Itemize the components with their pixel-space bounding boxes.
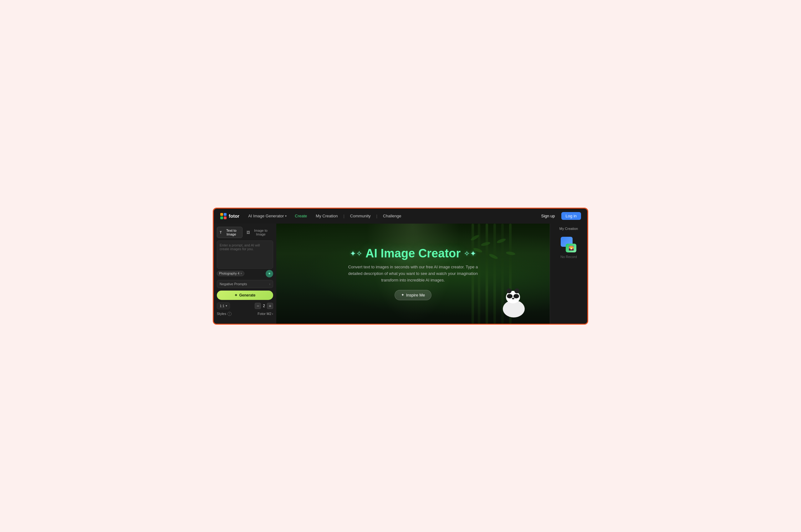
text-to-image-tab[interactable]: T Text to Image: [217, 227, 242, 238]
negative-prompts-row[interactable]: Negative Prompts ›: [217, 280, 273, 288]
prompt-textarea[interactable]: [217, 241, 273, 269]
hero-title-text: AI Image Creator: [366, 247, 461, 260]
no-record-area: 🌄 No Record: [560, 237, 577, 259]
ratio-select[interactable]: 1:1 ▾: [217, 302, 230, 309]
inspire-label: Inspire Me: [406, 293, 425, 298]
magic-wand-icon: ✦: [234, 293, 238, 298]
count-control: − 2 +: [255, 303, 273, 309]
count-increase-button[interactable]: +: [267, 303, 273, 309]
info-icon[interactable]: i: [227, 312, 231, 316]
model-link[interactable]: Fotor M2 ›: [258, 312, 273, 316]
sparkle-right-icon: ✧✦: [464, 249, 476, 258]
inspire-me-button[interactable]: ✦ Inspire Me: [394, 290, 432, 300]
styles-label: Styles i: [217, 312, 231, 316]
count-decrease-button[interactable]: −: [255, 303, 261, 309]
hero-content: ✦✧ AI Image Creator ✧✦ Convert text to i…: [341, 247, 485, 300]
generate-label: Generate: [239, 293, 255, 298]
prompt-bottom: Photography 4 × ✦: [217, 270, 273, 278]
tag-remove-icon[interactable]: ×: [240, 272, 242, 275]
challenge-nav-link[interactable]: Challenge: [380, 212, 405, 220]
right-panel: My Creation 🌄 No Record: [550, 224, 587, 324]
logo-text: fotor: [229, 213, 239, 218]
create-nav-link[interactable]: Create: [292, 212, 310, 220]
model-name: Fotor M2: [258, 312, 271, 316]
svg-rect-3: [224, 216, 226, 219]
mode-tabs: T Text to Image 🖼 Image to Image: [217, 227, 273, 238]
text-icon: T: [220, 230, 222, 234]
panel-title: My Creation: [559, 227, 578, 230]
negative-prompts-label: Negative Prompts: [220, 282, 247, 286]
image-to-image-tab[interactable]: 🖼 Image to Image: [244, 227, 273, 238]
text-to-image-label: Text to Image: [223, 229, 240, 236]
panda-illustration: [503, 300, 525, 318]
ratio-chevron-icon: ▾: [226, 304, 227, 307]
main-area: T Text to Image 🖼 Image to Image Photogr…: [214, 224, 587, 324]
styles-row: Styles i Fotor M2 ›: [217, 312, 273, 316]
sidebar: T Text to Image 🖼 Image to Image Photogr…: [214, 224, 276, 324]
no-record-text: No Record: [560, 255, 577, 259]
svg-rect-2: [220, 216, 223, 219]
ai-generator-label: AI Image Generator: [248, 214, 284, 218]
sparkle-left-icon: ✦✧: [350, 249, 362, 258]
navbar: fotor AI Image Generator ▾ Create My Cre…: [214, 209, 587, 224]
chevron-down-icon: ▾: [285, 214, 286, 218]
nav-separator-2: |: [376, 214, 377, 218]
enhance-button[interactable]: ✦: [266, 270, 273, 278]
app-frame: fotor AI Image Generator ▾ Create My Cre…: [213, 208, 588, 325]
fotor-logo-icon: [220, 213, 227, 220]
signup-button[interactable]: Sign up: [537, 212, 559, 220]
hero-subtitle: Convert text to images in seconds with o…: [341, 264, 485, 283]
image-placeholder-icon: 🌄: [569, 246, 574, 250]
community-nav-link[interactable]: Community: [347, 212, 374, 220]
photography-tag: Photography 4 ×: [217, 271, 244, 276]
inspire-icon: ✦: [401, 293, 404, 297]
record-icon: 🌄: [561, 237, 576, 252]
record-img-front: 🌄: [566, 244, 576, 252]
ratio-value: 1:1: [220, 304, 224, 308]
nav-separator: |: [343, 214, 344, 218]
hero-title: ✦✧ AI Image Creator ✧✦: [341, 247, 485, 260]
svg-rect-0: [220, 213, 223, 216]
login-button[interactable]: Log in: [561, 212, 581, 220]
controls-row: 1:1 ▾ − 2 +: [217, 302, 273, 309]
generate-button[interactable]: ✦ Generate: [217, 290, 273, 300]
styles-text: Styles: [217, 312, 226, 316]
model-chevron-icon: ›: [272, 312, 273, 316]
ai-generator-nav[interactable]: AI Image Generator ▾: [246, 212, 289, 220]
my-creation-nav-link[interactable]: My Creation: [313, 212, 341, 220]
image-icon: 🖼: [246, 230, 250, 234]
logo-area: fotor: [220, 213, 239, 220]
image-to-image-label: Image to Image: [251, 229, 270, 236]
svg-rect-1: [224, 213, 226, 216]
hero-section: ✦✧ AI Image Creator ✧✦ Convert text to i…: [276, 224, 550, 324]
chevron-right-icon: ›: [269, 282, 270, 286]
count-value: 2: [263, 304, 265, 308]
